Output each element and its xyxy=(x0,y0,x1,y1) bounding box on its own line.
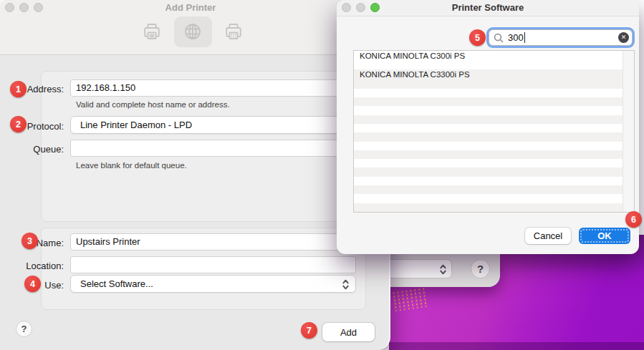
list-item[interactable]: KONICA MINOLTA C300i PS xyxy=(354,51,634,69)
add-button[interactable]: Add xyxy=(322,323,375,341)
window-title: Add Printer xyxy=(0,2,381,13)
list-item-empty xyxy=(354,132,634,141)
add-printer-window: Add Printer xyxy=(0,0,390,350)
popup-chevrons-icon xyxy=(342,278,350,296)
annotation-badge-4: 4 xyxy=(24,276,41,292)
queue-input[interactable] xyxy=(70,140,356,157)
list-item-empty xyxy=(354,142,634,150)
address-help-text: Valid and complete host name or address. xyxy=(76,100,230,109)
name-input[interactable]: Upstairs Printer xyxy=(70,233,356,251)
list-item[interactable]: KONICA MINOLTA C3300i PS xyxy=(354,69,634,88)
default-printer-icon[interactable] xyxy=(141,21,163,42)
annotation-badge-3: 3 xyxy=(21,233,38,249)
help-button[interactable]: ? xyxy=(16,321,32,337)
use-popup[interactable]: Select Software... xyxy=(70,275,356,293)
scrollbar-track[interactable] xyxy=(623,51,634,212)
cancel-button[interactable]: Cancel xyxy=(525,228,571,244)
location-label: Location: xyxy=(0,261,64,271)
search-input[interactable]: 300 ✕ xyxy=(489,29,633,46)
list-item-empty xyxy=(354,150,634,159)
list-item-empty xyxy=(354,97,634,106)
search-value: 300 xyxy=(508,32,524,43)
list-item-empty xyxy=(354,167,634,176)
screenshot-stage: ? Add Printer xyxy=(0,0,644,350)
annotation-badge-2: 2 xyxy=(10,116,27,132)
list-item-empty xyxy=(354,159,634,167)
clear-search-icon[interactable]: ✕ xyxy=(618,32,629,43)
address-input[interactable]: 192.168.1.150 xyxy=(70,79,356,97)
printer-software-window: Printer Software 300 ✕ KONICA MINOLTA C3… xyxy=(337,0,639,254)
software-results-list[interactable]: KONICA MINOLTA C300i PS KONICA MINOLTA C… xyxy=(353,50,635,213)
protocol-popup[interactable]: Line Printer Daemon - LPD xyxy=(70,116,356,134)
annotation-badge-6: 6 xyxy=(625,211,642,228)
list-item-empty xyxy=(354,115,634,124)
search-icon xyxy=(494,33,504,43)
annotation-badge-7: 7 xyxy=(301,322,317,339)
list-item-empty xyxy=(354,177,634,185)
queue-help-text: Leave blank for default queue. xyxy=(76,161,187,170)
use-value: Select Software... xyxy=(80,278,153,289)
list-item-empty xyxy=(354,194,634,203)
window-title: Printer Software xyxy=(337,2,639,13)
wallpaper-dark-band xyxy=(389,342,644,350)
wallpaper-dots-pattern xyxy=(391,287,428,311)
list-item-empty xyxy=(354,89,634,97)
protocol-value: Line Printer Daemon - LPD xyxy=(80,120,192,130)
ip-globe-icon[interactable] xyxy=(182,21,203,42)
ok-button[interactable]: OK xyxy=(579,228,630,244)
annotation-badge-5: 5 xyxy=(469,29,486,46)
text-caret xyxy=(524,32,525,43)
location-input[interactable] xyxy=(70,256,356,273)
annotation-badge-1: 1 xyxy=(10,81,27,97)
popup-chevrons-icon xyxy=(439,263,447,278)
windows-printer-icon[interactable] xyxy=(223,21,244,42)
list-item-empty xyxy=(354,124,634,132)
queue-label: Queue: xyxy=(0,144,64,155)
background-help-button[interactable]: ? xyxy=(471,259,490,278)
list-item-empty xyxy=(354,106,634,115)
list-item-empty xyxy=(354,185,634,194)
list-item-empty xyxy=(354,203,634,212)
